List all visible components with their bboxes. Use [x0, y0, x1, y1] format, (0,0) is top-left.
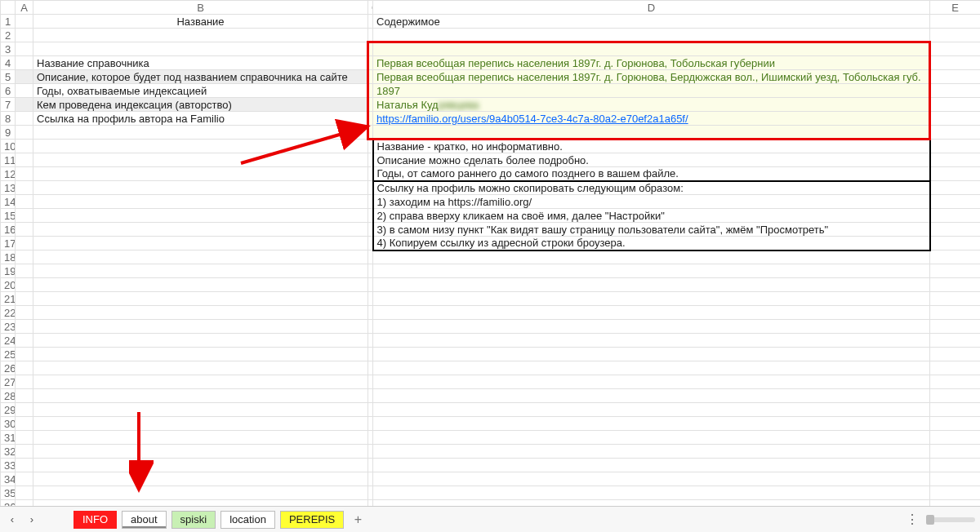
- row-header[interactable]: 33: [1, 459, 16, 472]
- row-header[interactable]: 25: [1, 348, 16, 361]
- row-header[interactable]: 34: [1, 472, 16, 486]
- tab-info[interactable]: INFO: [74, 511, 117, 529]
- row-header[interactable]: 35: [1, 486, 16, 500]
- row-header[interactable]: 4: [1, 56, 16, 70]
- cell-D6-content[interactable]: 1897: [373, 84, 930, 98]
- cell-D10-help[interactable]: Название - кратко, но информативно.: [373, 140, 930, 153]
- cell-D5-content[interactable]: Первая всеобщая перепись населения 1897г…: [373, 70, 930, 84]
- row-header[interactable]: 21: [1, 292, 16, 306]
- row-header[interactable]: 11: [1, 153, 16, 167]
- row-header[interactable]: 20: [1, 278, 16, 292]
- row-header[interactable]: 24: [1, 334, 16, 348]
- row-header[interactable]: 2: [1, 29, 16, 42]
- row-header[interactable]: 7: [1, 98, 16, 112]
- tab-perepis[interactable]: PEREPIS: [280, 511, 344, 529]
- author-blurred: рявцева: [439, 99, 479, 111]
- row-header[interactable]: 15: [1, 209, 16, 223]
- row-header[interactable]: 22: [1, 306, 16, 320]
- select-all-cell[interactable]: [1, 1, 16, 15]
- row-header[interactable]: 18: [1, 250, 16, 264]
- row-header[interactable]: 27: [1, 375, 16, 389]
- cell-B7-label[interactable]: Кем проведена индексация (авторство): [33, 98, 368, 112]
- col-header-D[interactable]: D: [373, 1, 930, 15]
- column-header-row[interactable]: A B C D E: [1, 1, 981, 15]
- row-header[interactable]: 13: [1, 181, 16, 195]
- add-sheet-button[interactable]: +: [349, 512, 367, 527]
- row-header[interactable]: 1: [1, 15, 16, 29]
- col-header-C[interactable]: C: [368, 1, 373, 15]
- cell-D12-help[interactable]: Годы, от самого раннего до самого поздне…: [373, 167, 930, 181]
- horizontal-scroll-bar[interactable]: [926, 517, 975, 522]
- row-header[interactable]: 9: [1, 126, 16, 140]
- row-header[interactable]: 17: [1, 237, 16, 250]
- row-header[interactable]: 5: [1, 70, 16, 84]
- spreadsheet-grid[interactable]: A B C D E 1 Название Содержимое 2 3 4 На…: [0, 0, 980, 514]
- cell-D4-content[interactable]: Первая всеобщая перепись населения 1897г…: [373, 56, 930, 70]
- row-header[interactable]: 23: [1, 320, 16, 334]
- cell-D1-title[interactable]: Содержимое: [373, 15, 930, 29]
- col-header-E[interactable]: E: [930, 1, 981, 15]
- cell-D14-help[interactable]: 1) заходим на https://familio.org/: [373, 195, 930, 209]
- row-1[interactable]: 1 Название Содержимое: [1, 15, 981, 29]
- cell-D7-content[interactable]: Наталья Кудрявцева: [373, 98, 930, 112]
- tab-prev-button[interactable]: ‹: [5, 512, 20, 527]
- cell-D16-help[interactable]: 3) в самом низу пункт "Как видят вашу ст…: [373, 223, 930, 237]
- cell-B8-label[interactable]: Ссылка на профиль автора на Familio: [33, 112, 368, 126]
- col-header-A[interactable]: A: [16, 1, 33, 15]
- sheet-tab-bar: ‹ › INFO about spiski location PEREPIS +…: [0, 506, 980, 532]
- row-header[interactable]: 19: [1, 264, 16, 278]
- cell-D17-help[interactable]: 4) Копируем ссылку из адресной строки бр…: [373, 237, 930, 250]
- row-header[interactable]: 14: [1, 195, 16, 209]
- tab-menu-button[interactable]: ⋮: [906, 512, 920, 527]
- row-header[interactable]: 16: [1, 223, 16, 237]
- cell-B4-label[interactable]: Название справочника: [33, 56, 368, 70]
- tab-spiski[interactable]: spiski: [172, 511, 216, 529]
- col-header-B[interactable]: B: [33, 1, 368, 15]
- spreadsheet-area: A B C D E 1 Название Содержимое 2 3 4 На…: [0, 0, 980, 506]
- row-header[interactable]: 8: [1, 112, 16, 126]
- row-header[interactable]: 31: [1, 431, 16, 445]
- cell-B5-label[interactable]: Описание, которое будет под названием сп…: [33, 70, 368, 84]
- cell-D15-help[interactable]: 2) справа вверху кликаем на своё имя, да…: [373, 209, 930, 223]
- row-header[interactable]: 3: [1, 42, 16, 56]
- tab-about[interactable]: about: [122, 511, 167, 529]
- row-header[interactable]: 29: [1, 403, 16, 417]
- cell-B1-title[interactable]: Название: [33, 15, 368, 29]
- tab-location[interactable]: location: [220, 511, 275, 529]
- cell-B6-label[interactable]: Годы, охватываемые индексацией: [33, 84, 368, 98]
- author-prefix: Наталья Куд: [376, 99, 439, 111]
- row-header[interactable]: 32: [1, 445, 16, 459]
- cell-D8-link[interactable]: https://familio.org/users/9a4b0514-7ce3-…: [373, 112, 930, 126]
- row-4[interactable]: 4 Название справочника Первая всеобщая п…: [1, 56, 981, 70]
- row-header[interactable]: 28: [1, 389, 16, 403]
- row-header[interactable]: 30: [1, 417, 16, 431]
- row-header[interactable]: 6: [1, 84, 16, 98]
- row-header[interactable]: 26: [1, 361, 16, 375]
- tab-next-button[interactable]: ›: [24, 512, 39, 527]
- cell-D11-help[interactable]: Описание можно сделать более подробно.: [373, 153, 930, 167]
- cell-D13-help[interactable]: Ссылку на профиль можно скопировать след…: [373, 181, 930, 195]
- row-header[interactable]: 10: [1, 140, 16, 153]
- row-header[interactable]: 12: [1, 167, 16, 181]
